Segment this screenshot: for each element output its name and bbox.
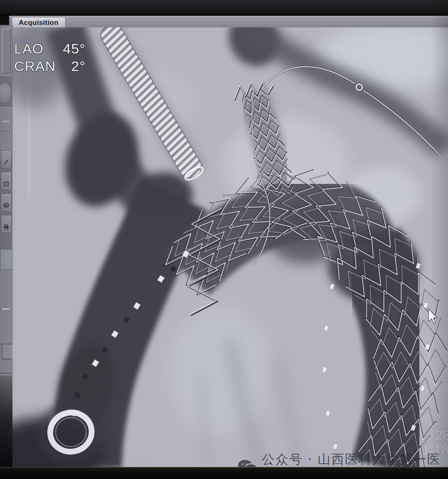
toolbar-button-group (1, 150, 12, 237)
marker-frame-icon (1, 181, 11, 187)
monitor-bezel-bottom (0, 467, 448, 479)
titlebar: Acquisition (9, 16, 448, 28)
printer-icon (1, 224, 11, 230)
monitor-bezel-top (0, 0, 448, 16)
left-toolbar (0, 25, 12, 467)
projection-value: 45° (63, 40, 85, 57)
layers-icon (1, 202, 11, 209)
xray-image (12, 27, 448, 467)
projection-label: LAO (14, 40, 44, 57)
projection-overlay: LAO 45° CRAN 2° (14, 40, 85, 75)
toolbar-button-marker[interactable] (1, 172, 12, 190)
toolbar-knob[interactable] (0, 82, 12, 104)
projection-value: 2° (71, 57, 85, 75)
frame-number: 28 (435, 428, 448, 443)
projection-row-lao: LAO 45° (14, 40, 85, 57)
projection-label: CRAN (14, 57, 56, 75)
tab-acquisition[interactable]: Acquisition (12, 17, 66, 28)
xray-viewport[interactable] (12, 27, 448, 467)
monitor-photo: Acquisition (0, 0, 448, 479)
toolbar-panel-top (0, 26, 12, 77)
wand-icon (1, 159, 11, 166)
toolbar-button-print[interactable] (1, 215, 12, 233)
projection-row-cran: CRAN 2° (14, 57, 85, 75)
toolbar-button-wand[interactable] (1, 150, 12, 169)
toolbar-button-layers[interactable] (1, 193, 12, 212)
toolbar-shadow (0, 376, 12, 467)
